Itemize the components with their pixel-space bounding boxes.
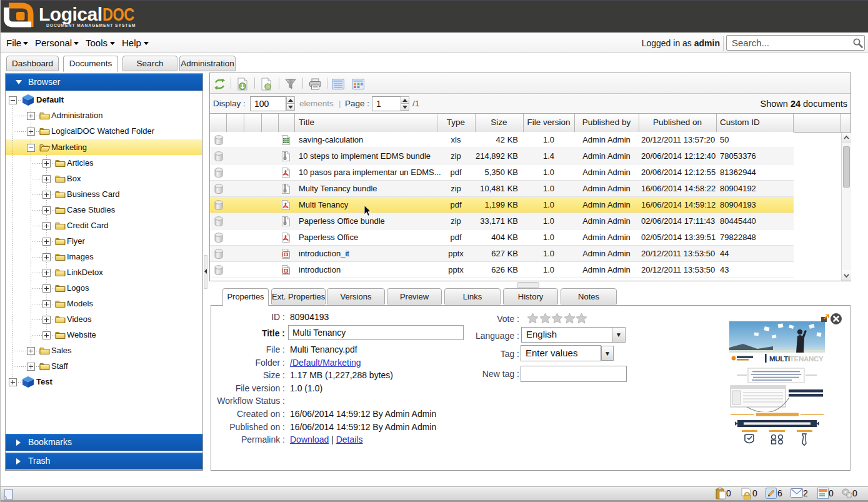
svg-text:MULTITENANCY: MULTITENANCY	[769, 355, 824, 363]
